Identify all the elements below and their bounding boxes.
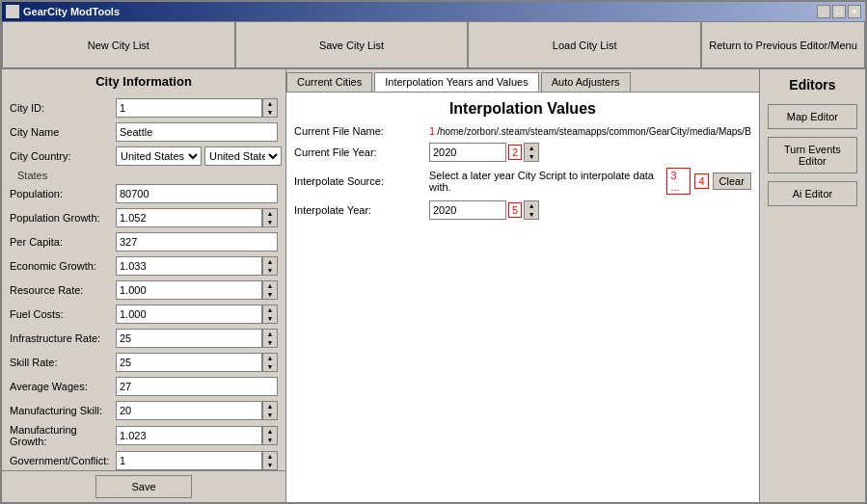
resource-rate-spinner[interactable]: ▲ ▼ [262, 280, 278, 300]
tab-interpolation[interactable]: Interpolation Years and Values [374, 72, 538, 92]
per-capita-row: Per Capita: [10, 231, 278, 252]
avg-wages-label: Average Wages: [10, 381, 116, 392]
file-year-spinner[interactable]: ▲ ▼ [524, 143, 539, 162]
population-input[interactable] [116, 184, 278, 203]
interp-year-spinner[interactable]: ▲ ▼ [524, 200, 539, 220]
fuel-costs-input-group: ▲ ▼ [116, 305, 278, 324]
fuel-costs-label: Fuel Costs: [10, 308, 116, 320]
population-label: Population: [10, 188, 116, 199]
interp-source-num1: 3 ... [666, 168, 691, 195]
skill-rate-input[interactable] [116, 353, 262, 372]
mfg-skill-spinner[interactable]: ▲ ▼ [262, 401, 278, 420]
mfg-growth-label: Manufacturing Growth: [10, 424, 116, 447]
resource-rate-input-group: ▲ ▼ [116, 280, 278, 300]
country-select[interactable]: United States [116, 146, 202, 166]
mfg-skill-input[interactable] [116, 401, 262, 420]
infra-rate-row: Infrastructure Rate: ▲ ▼ [10, 328, 278, 349]
city-id-input-group: ▲ ▼ [116, 98, 278, 118]
right-panel: Editors Map Editor Turn Events Editor Ai… [759, 69, 865, 502]
file-name-row: Current File Name: 1 /home/zorbon/.steam… [294, 125, 751, 137]
city-id-input[interactable] [116, 98, 262, 118]
gov-conflict-input[interactable] [116, 451, 262, 470]
avg-wages-row: Average Wages: [10, 376, 278, 397]
city-country-row: City Country: United States United State [10, 146, 278, 167]
interp-source-num2: 4 [694, 173, 708, 189]
pop-growth-spinner[interactable]: ▲ ▼ [262, 208, 278, 227]
new-city-list-button[interactable]: New City List [2, 21, 235, 68]
resource-rate-input[interactable] [116, 280, 262, 300]
maximize-button[interactable]: □ [832, 5, 846, 18]
tab-current-cities[interactable]: Current Cities [286, 72, 372, 92]
minimize-button[interactable]: _ [817, 5, 830, 18]
avg-wages-input[interactable] [116, 377, 278, 396]
interp-year-input-group: 5 ▲ ▼ [429, 200, 539, 220]
per-capita-input[interactable] [116, 232, 278, 252]
per-capita-label: Per Capita: [10, 236, 116, 248]
mfg-growth-spinner[interactable]: ▲ ▼ [262, 426, 278, 445]
mfg-growth-input-group: ▲ ▼ [116, 426, 278, 445]
editors-title: Editors [760, 69, 865, 100]
interpolation-title: Interpolation Values [294, 100, 751, 118]
return-button[interactable]: Return to Previous Editor/Menu [701, 21, 865, 68]
mfg-skill-label: Manufacturing Skill: [10, 405, 116, 416]
interp-year-input[interactable] [429, 200, 506, 220]
eco-growth-row: Economic Growth: ▲ ▼ [10, 255, 278, 277]
ai-editor-button[interactable]: Ai Editor [768, 181, 857, 206]
file-year-num: 2 [508, 145, 522, 160]
skill-rate-spinner[interactable]: ▲ ▼ [262, 353, 278, 372]
city-name-input[interactable] [116, 122, 278, 142]
skill-rate-row: Skill Rate: ▲ ▼ [10, 352, 278, 373]
city-id-spinner[interactable]: ▲ ▼ [262, 98, 278, 118]
resource-rate-row: Resource Rate: ▲ ▼ [10, 279, 278, 301]
toolbar: New City List Save City List Load City L… [2, 21, 865, 69]
gov-conflict-row: Government/Conflict: ▲ ▼ [10, 450, 278, 470]
infra-rate-spinner[interactable]: ▲ ▼ [262, 329, 278, 348]
save-city-list-button[interactable]: Save City List [235, 21, 469, 68]
city-info-title: City Information [2, 69, 285, 93]
infra-rate-input[interactable] [116, 329, 262, 348]
city-country-label: City Country: [10, 150, 116, 162]
close-button[interactable]: × [848, 5, 861, 18]
title-bar: GearCity ModTools _ □ × [2, 2, 865, 21]
interp-source-group: Select a later year City Script to inter… [429, 168, 751, 195]
resource-rate-label: Resource Rate: [10, 284, 116, 296]
interp-source-label: Interpolate Source: [294, 175, 429, 187]
file-name-num: 1 [429, 125, 435, 137]
interpolation-content: Interpolation Values Current File Name: … [286, 93, 759, 502]
mfg-growth-input[interactable] [116, 426, 262, 445]
country-code-select[interactable]: United State [204, 146, 282, 166]
mfg-skill-row: Manufacturing Skill: ▲ ▼ [10, 400, 278, 421]
file-name-label: Current File Name: [294, 125, 429, 137]
states-label: States [17, 170, 278, 181]
interp-year-label: Interpolate Year: [294, 204, 429, 216]
file-year-label: Current File Year: [294, 146, 429, 158]
clear-button[interactable]: Clear [713, 172, 751, 190]
fuel-costs-input[interactable] [116, 305, 262, 324]
title-bar-buttons: _ □ × [817, 5, 861, 18]
gov-conflict-label: Government/Conflict: [10, 455, 116, 466]
fuel-costs-spinner[interactable]: ▲ ▼ [262, 305, 278, 324]
eco-growth-input-group: ▲ ▼ [116, 256, 278, 276]
middle-panel: Current Cities Interpolation Years and V… [286, 69, 759, 502]
tabs: Current Cities Interpolation Years and V… [286, 69, 759, 93]
infra-rate-label: Infrastructure Rate: [10, 332, 116, 344]
turn-events-editor-button[interactable]: Turn Events Editor [768, 137, 857, 173]
pop-growth-row: Population Growth: ▲ ▼ [10, 207, 278, 228]
gov-conflict-input-group: ▲ ▼ [116, 451, 278, 470]
city-form: City ID: ▲ ▼ City Name City Country: [2, 93, 285, 470]
save-button[interactable]: Save [95, 475, 192, 498]
country-selects: United States United State [116, 146, 282, 166]
eco-growth-input[interactable] [116, 256, 262, 276]
load-city-list-button[interactable]: Load City List [468, 21, 701, 68]
file-name-path: /home/zorbon/.steam/steam/steamapps/comm… [437, 126, 751, 137]
main-content: City Information City ID: ▲ ▼ City Name [2, 69, 865, 502]
map-editor-button[interactable]: Map Editor [768, 104, 857, 129]
eco-growth-spinner[interactable]: ▲ ▼ [262, 256, 278, 276]
file-year-input[interactable] [429, 143, 506, 162]
left-panel: City Information City ID: ▲ ▼ City Name [2, 69, 286, 502]
gov-conflict-spinner[interactable]: ▲ ▼ [262, 451, 278, 470]
tab-auto-adjusters[interactable]: Auto Adjusters [541, 72, 631, 92]
interp-source-row: Interpolate Source: Select a later year … [294, 168, 751, 195]
mfg-skill-input-group: ▲ ▼ [116, 401, 278, 420]
pop-growth-input[interactable] [116, 208, 262, 227]
